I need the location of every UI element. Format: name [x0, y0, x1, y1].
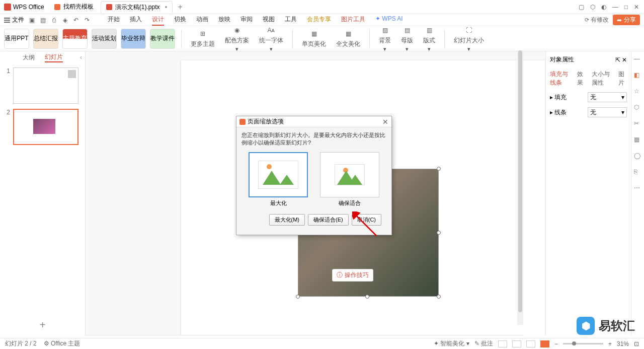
- pin-icon[interactable]: ⇱: [615, 56, 620, 63]
- print-icon[interactable]: ⎙: [50, 17, 57, 24]
- template-summary[interactable]: 总结汇报: [33, 29, 58, 49]
- help-icon[interactable]: ◯: [634, 152, 642, 160]
- theme-info[interactable]: ⚙ Office 主题: [44, 339, 80, 348]
- color-scheme-button[interactable]: ◉配色方案 ▾: [222, 25, 252, 52]
- sidebar-collapse-icon[interactable]: —: [634, 55, 642, 63]
- ribbon: 通用PPT 总结汇报 主题教育 活动策划 毕业答辩 教学课件 ⊞更多主题 ◉配色…: [0, 26, 644, 51]
- option-ensure-fit[interactable]: 确保适合: [320, 152, 379, 207]
- slide-number: 1: [4, 67, 10, 104]
- menu-tab-design[interactable]: 设计: [152, 14, 164, 26]
- watermark-logo-icon: ⬢: [577, 317, 595, 335]
- menu-tab-transition[interactable]: 切换: [174, 14, 186, 26]
- collapse-panel-icon[interactable]: ‹: [80, 54, 82, 61]
- menu-tab-animation[interactable]: 动画: [196, 14, 208, 26]
- save-icon[interactable]: ▣: [28, 17, 35, 24]
- smart-beautify[interactable]: ✦ 智能美化 ▾: [434, 339, 469, 348]
- menu-tab-insert[interactable]: 插入: [130, 14, 142, 26]
- layers-icon[interactable]: ⬡: [634, 104, 642, 112]
- menu-tab-view[interactable]: 视图: [263, 14, 275, 26]
- resize-handle-se[interactable]: [437, 295, 441, 299]
- view-slideshow[interactable]: [540, 340, 549, 347]
- menu-tab-vip[interactable]: 会员专享: [307, 14, 331, 26]
- user-avatar-icon[interactable]: ◐: [601, 4, 606, 11]
- slide-size-button[interactable]: ⛶幻灯片大小 ▾: [451, 25, 487, 52]
- view-normal[interactable]: [498, 340, 507, 347]
- vertical-scrollbar[interactable]: [517, 50, 523, 325]
- fit-to-window-icon[interactable]: ⊡: [634, 340, 639, 347]
- undo-icon[interactable]: ↶: [72, 17, 79, 24]
- window-layout-icon[interactable]: ▢: [579, 4, 584, 11]
- template-general[interactable]: 通用PPT: [4, 29, 29, 49]
- option-maximize[interactable]: 最大化: [249, 152, 308, 207]
- close-window-icon[interactable]: ✕: [634, 4, 639, 11]
- share-button[interactable]: ➦ 分享: [613, 15, 640, 25]
- add-slide-button[interactable]: +: [0, 314, 85, 336]
- single-page-beautify-button[interactable]: ▦单页美化: [299, 29, 329, 48]
- fill-select[interactable]: 无▾: [588, 92, 627, 102]
- tab-effects[interactable]: 效果: [577, 70, 586, 87]
- more-themes-button[interactable]: ⊞更多主题: [188, 29, 218, 48]
- outline-tab[interactable]: 大纲: [23, 53, 35, 62]
- full-doc-beautify-button[interactable]: ▦全文美化: [333, 29, 363, 48]
- new-tab-button[interactable]: +: [174, 3, 186, 12]
- template-graduation[interactable]: 毕业答辩: [121, 29, 146, 49]
- maximize-icon[interactable]: □: [624, 4, 628, 11]
- operation-tip[interactable]: ⓘ操作技巧: [332, 269, 373, 282]
- ensure-fit-button[interactable]: 确保适合(E): [308, 214, 349, 226]
- clipboard-icon[interactable]: ⎘: [634, 168, 642, 176]
- zoom-slider[interactable]: [563, 343, 603, 344]
- menu-tab-picture-tools[interactable]: 图片工具: [341, 14, 365, 26]
- layout-icon: ▥: [424, 25, 434, 35]
- minimize-icon[interactable]: —: [612, 4, 618, 11]
- template-activity[interactable]: 活动策划: [92, 29, 117, 49]
- line-select[interactable]: 无▾: [588, 107, 627, 117]
- dialog-titlebar[interactable]: 页面缩放选项 ✕: [236, 116, 391, 127]
- zoom-value[interactable]: 31%: [617, 340, 629, 347]
- tab-picture[interactable]: 图片: [618, 70, 627, 87]
- view-sorter[interactable]: [512, 340, 521, 347]
- resize-handle-e[interactable]: [437, 231, 441, 235]
- unsaved-indicator[interactable]: ⟳ 有修改: [585, 16, 609, 24]
- master-button[interactable]: ▤母版 ▾: [398, 25, 416, 52]
- comments-button[interactable]: ✎ 批注: [474, 339, 493, 348]
- layout-button[interactable]: ▥版式 ▾: [420, 25, 438, 52]
- more-icon[interactable]: ⋯: [634, 184, 642, 192]
- zoom-in-icon[interactable]: +: [608, 340, 612, 347]
- slide-counter[interactable]: 幻灯片 2 / 2: [5, 339, 37, 348]
- menu-tab-slideshow[interactable]: 放映: [218, 14, 230, 26]
- template-teaching[interactable]: 教学课件: [150, 29, 175, 49]
- grid-icon[interactable]: ▦: [634, 136, 642, 144]
- menu-tab-start[interactable]: 开始: [108, 14, 120, 26]
- menu-tab-tools[interactable]: 工具: [285, 14, 297, 26]
- slides-tab[interactable]: 幻灯片: [45, 53, 63, 62]
- unify-fonts-button[interactable]: Aᴀ统一字体 ▾: [256, 25, 286, 52]
- zoom-out-icon[interactable]: −: [554, 340, 558, 347]
- background-button[interactable]: ▨背景 ▾: [376, 25, 394, 52]
- tools-icon[interactable]: ✂: [634, 120, 642, 128]
- resize-handle-sw[interactable]: [296, 295, 300, 299]
- template-theme-edu[interactable]: 主题教育: [62, 29, 88, 49]
- tab-document[interactable]: 演示文稿(1).pptx •: [101, 1, 173, 13]
- redo-icon[interactable]: ↷: [84, 17, 91, 24]
- maximize-button[interactable]: 最大化(M): [269, 214, 305, 226]
- menu-tab-wps-ai[interactable]: ✦ WPS AI: [375, 14, 403, 26]
- dialog-close-icon[interactable]: ✕: [382, 118, 388, 126]
- view-reading[interactable]: [526, 340, 535, 347]
- resize-handle-s[interactable]: [365, 295, 369, 299]
- open-icon[interactable]: ▤: [39, 17, 46, 24]
- cancel-button[interactable]: 取消(C): [352, 214, 381, 226]
- slide-thumb-2[interactable]: 2: [4, 109, 81, 145]
- cube-icon[interactable]: ⬡: [590, 4, 595, 11]
- slide-thumb-1[interactable]: 1: [4, 67, 81, 104]
- close-panel-icon[interactable]: ✕: [622, 56, 627, 63]
- tab-template-search[interactable]: 找稻壳模板: [49, 1, 99, 13]
- tab-fill-line[interactable]: 填充与线条: [550, 70, 571, 87]
- resize-handle-ne[interactable]: [437, 167, 441, 171]
- menu-tab-review[interactable]: 审阅: [240, 14, 253, 26]
- tab-size-props[interactable]: 大小与属性: [592, 70, 613, 87]
- properties-icon[interactable]: ◧: [634, 72, 642, 80]
- preview-icon[interactable]: ◈: [61, 17, 68, 24]
- scrollbar-thumb[interactable]: [518, 50, 522, 312]
- star-icon[interactable]: ☆: [634, 88, 642, 96]
- file-menu[interactable]: 文件: [4, 16, 24, 24]
